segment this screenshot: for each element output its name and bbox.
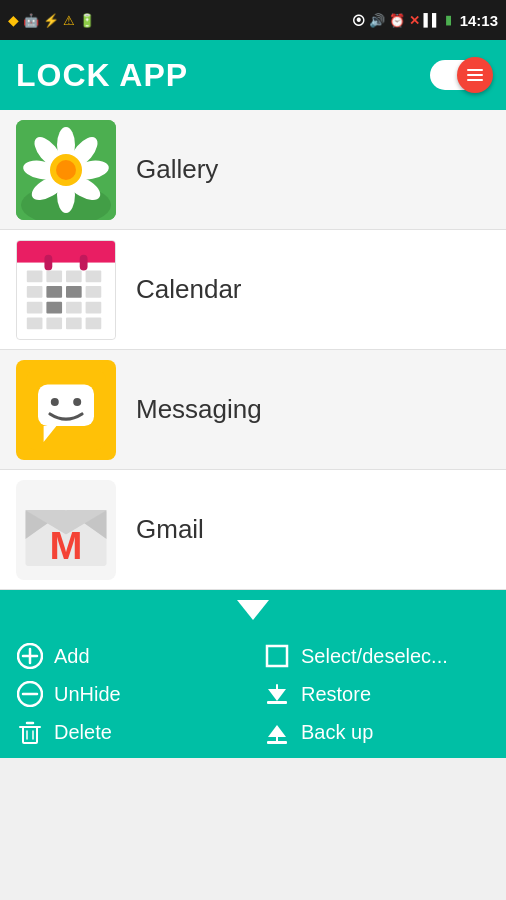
toggle-line-1 <box>467 69 483 71</box>
svg-marker-56 <box>268 725 286 737</box>
svg-rect-14 <box>44 254 52 270</box>
backup-button[interactable]: Back up <box>263 718 490 746</box>
alarm-icon: ⏰ <box>389 13 405 28</box>
messaging-app-icon <box>16 360 116 460</box>
battery-icon: ▮ <box>445 13 452 27</box>
gmail-app-icon: M <box>16 480 116 580</box>
gallery-app-icon <box>16 120 116 220</box>
toggle-container[interactable] <box>430 60 490 90</box>
scroll-down-arrow <box>237 600 269 620</box>
unhide-label: UnHide <box>54 683 121 706</box>
add-icon <box>16 642 44 670</box>
svg-rect-22 <box>66 286 82 298</box>
svg-rect-29 <box>46 317 62 329</box>
svg-rect-16 <box>27 270 43 282</box>
toggle-line-2 <box>467 74 483 76</box>
svg-rect-24 <box>27 301 43 313</box>
status-icons-right: ⦿ 🔊 ⏰ ✕ ▌▌ ▮ 14:13 <box>352 12 498 29</box>
battery-charging-icon: 🔋 <box>79 13 95 28</box>
android-icon: 🤖 <box>23 13 39 28</box>
delete-label: Delete <box>54 721 112 744</box>
calendar-label: Calendar <box>136 274 242 305</box>
svg-rect-25 <box>46 301 62 313</box>
bottom-toolbar: Add Select/deselec... UnHide Restore <box>0 630 506 758</box>
unhide-icon <box>16 680 44 708</box>
restore-icon <box>263 680 291 708</box>
list-item[interactable]: Gallery <box>0 110 506 230</box>
svg-rect-27 <box>86 301 102 313</box>
svg-point-35 <box>51 398 59 406</box>
page-title: LOCK APP <box>16 57 188 94</box>
delete-icon <box>16 718 44 746</box>
list-item[interactable]: M Gmail <box>0 470 506 590</box>
select-icon <box>263 642 291 670</box>
backup-label: Back up <box>301 721 373 744</box>
gmail-label: Gmail <box>136 514 204 545</box>
svg-rect-17 <box>46 270 62 282</box>
calendar-app-icon <box>16 240 116 340</box>
app-list: Gallery <box>0 110 506 590</box>
backup-icon <box>263 718 291 746</box>
messaging-icon-svg <box>26 360 106 460</box>
svg-rect-58 <box>267 741 287 744</box>
bluetooth-icon: ⦿ <box>352 13 365 28</box>
add-label: Add <box>54 645 90 668</box>
svg-rect-18 <box>66 270 82 282</box>
svg-rect-28 <box>27 317 43 329</box>
lock-toggle[interactable] <box>430 60 490 90</box>
toggle-lines <box>467 69 483 81</box>
status-icons-left: ◆ 🤖 ⚡ ⚠ 🔋 <box>8 12 95 28</box>
scroll-indicator[interactable] <box>0 590 506 630</box>
svg-rect-50 <box>267 701 287 704</box>
svg-marker-48 <box>268 689 286 701</box>
list-item[interactable]: Messaging <box>0 350 506 470</box>
gallery-label: Gallery <box>136 154 218 185</box>
svg-rect-13 <box>17 241 115 263</box>
svg-rect-20 <box>27 286 43 298</box>
svg-rect-21 <box>46 286 62 298</box>
svg-rect-31 <box>86 317 102 329</box>
signal-no-icon: ✕ <box>409 13 420 28</box>
svg-rect-15 <box>80 254 88 270</box>
svg-rect-23 <box>86 286 102 298</box>
list-item[interactable]: Calendar <box>0 230 506 350</box>
volume-icon: 🔊 <box>369 13 385 28</box>
svg-point-11 <box>56 160 76 180</box>
svg-point-36 <box>73 398 81 406</box>
svg-rect-19 <box>86 270 102 282</box>
toggle-line-3 <box>467 79 483 81</box>
restore-label: Restore <box>301 683 371 706</box>
signal-icon: ▌▌ <box>424 13 441 27</box>
select-label: Select/deselec... <box>301 645 448 668</box>
time-display: 14:13 <box>460 12 498 29</box>
app-header: LOCK APP <box>0 40 506 110</box>
usb-icon: ⚡ <box>43 13 59 28</box>
svg-rect-51 <box>23 727 37 743</box>
svg-text:M: M <box>50 522 83 566</box>
warning-icon: ⚠ <box>63 13 75 28</box>
gmail-icon-svg: M <box>21 480 111 580</box>
svg-rect-26 <box>66 301 82 313</box>
unhide-button[interactable]: UnHide <box>16 680 243 708</box>
messaging-label: Messaging <box>136 394 262 425</box>
svg-rect-45 <box>267 646 287 666</box>
add-button[interactable]: Add <box>16 642 243 670</box>
diamond-icon: ◆ <box>8 12 19 28</box>
svg-rect-30 <box>66 317 82 329</box>
status-bar: ◆ 🤖 ⚡ ⚠ 🔋 ⦿ 🔊 ⏰ ✕ ▌▌ ▮ 14:13 <box>0 0 506 40</box>
restore-button[interactable]: Restore <box>263 680 490 708</box>
select-deselect-button[interactable]: Select/deselec... <box>263 642 490 670</box>
toggle-knob <box>457 57 493 93</box>
calendar-icon-svg <box>16 241 116 339</box>
delete-button[interactable]: Delete <box>16 718 243 746</box>
gallery-icon-svg <box>16 120 116 220</box>
